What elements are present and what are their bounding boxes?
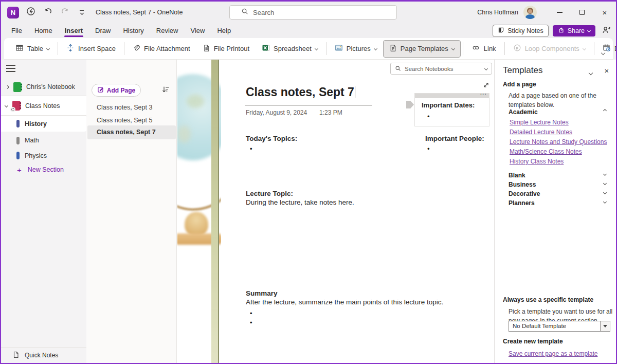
avatar[interactable] — [523, 6, 537, 19]
new-section-button[interactable]: + New Section — [1, 163, 86, 176]
section-item-math[interactable]: Math — [1, 133, 86, 148]
container-menu-dots[interactable]: ··· — [480, 92, 487, 97]
insert-space-button[interactable]: Insert Space — [60, 40, 122, 58]
chevron-right-icon — [6, 85, 9, 88]
chevron-up-icon — [603, 109, 607, 113]
section-item-physics[interactable]: Physics — [1, 148, 86, 163]
pictures-button[interactable]: Pictures — [329, 40, 383, 58]
section-item-history[interactable]: History — [1, 116, 86, 132]
link-button[interactable]: Link — [465, 40, 502, 57]
back-button[interactable] — [26, 7, 36, 17]
page-date[interactable]: Friday, August 9, 2024 — [246, 109, 307, 116]
lecture-topic-heading[interactable]: Lecture Topic: — [246, 190, 293, 197]
page-item[interactable]: Class notes, Sept 3 — [87, 101, 176, 114]
user-name[interactable]: Chris Hoffman — [477, 9, 518, 16]
chevron-down-icon — [451, 47, 455, 50]
file-attachment-label: File Attachment — [144, 45, 190, 52]
page-templates-label: Page Templates — [401, 45, 448, 52]
quick-access-menu-button[interactable] — [77, 7, 87, 17]
important-people-heading[interactable]: Important People: — [425, 135, 484, 142]
quick-notes-button[interactable]: Quick Notes — [1, 347, 86, 363]
sort-pages-button[interactable] — [160, 85, 171, 96]
page-template-icon — [389, 44, 397, 53]
save-page-as-template-link[interactable]: Save current page as a template — [509, 350, 597, 357]
category-label: Decorative — [509, 190, 540, 197]
summary-body[interactable]: After the lecture, summarize the main po… — [246, 298, 443, 306]
templates-panel: Templates × Add a page Add a page based … — [494, 60, 616, 363]
excel-icon — [262, 44, 270, 53]
share-button[interactable]: Share — [553, 25, 595, 37]
category-planners[interactable]: Planners — [509, 199, 607, 207]
close-button[interactable]: × — [593, 2, 616, 23]
section-label: Physics — [25, 152, 47, 159]
menu-history[interactable]: History — [117, 23, 150, 38]
navigation-menu-button[interactable] — [6, 65, 15, 72]
page-item-selected[interactable]: Class notes, Sept 7 — [87, 125, 176, 139]
chevron-down-icon — [601, 51, 605, 55]
category-academic[interactable]: Academic — [509, 108, 607, 116]
category-decorative[interactable]: Decorative — [509, 190, 607, 197]
panel-collapse-button[interactable] — [586, 68, 595, 78]
chevron-down-icon — [603, 181, 607, 185]
ribbon-collapse-button[interactable] — [602, 47, 605, 57]
menu-file[interactable]: File — [5, 23, 28, 38]
todays-topics-heading[interactable]: Today's Topics: — [246, 135, 297, 142]
menu-insert[interactable]: Insert — [59, 23, 89, 38]
undo-button[interactable] — [43, 7, 53, 17]
list-bullet: • — [427, 113, 430, 120]
ribbon-divider — [124, 42, 124, 55]
sticky-notes-button[interactable]: Sticky Notes — [493, 25, 548, 37]
panel-close-button[interactable]: × — [602, 65, 612, 76]
table-button[interactable]: Table — [9, 40, 56, 58]
select-dropdown-button[interactable] — [600, 321, 610, 331]
notebook-item-chriss-notebook[interactable]: Chris's Notebook — [1, 78, 86, 96]
add-page-button[interactable]: Add Page — [92, 84, 141, 97]
page-canvas[interactable]: Class notes, Sept 7 Friday, August 9, 20… — [177, 60, 494, 363]
chevron-down-icon — [589, 71, 593, 75]
close-icon: × — [605, 66, 609, 75]
notebook-item-class-notes[interactable]: Class Notes — [1, 96, 86, 115]
fullscreen-expand-button[interactable] — [481, 81, 491, 90]
ribbon-divider — [58, 42, 58, 55]
default-template-select[interactable]: No Default Template — [509, 321, 610, 332]
redo-button[interactable] — [60, 7, 70, 17]
global-search-box[interactable] — [229, 5, 397, 20]
chevron-down-icon — [603, 172, 607, 176]
search-notebooks-box[interactable] — [390, 63, 492, 75]
template-link-math-science-class-notes[interactable]: Math/Science Class Notes — [510, 148, 582, 155]
ribbon-divider — [594, 42, 594, 55]
insert-space-label: Insert Space — [78, 45, 116, 52]
category-blank[interactable]: Blank — [509, 172, 607, 179]
date-time-button[interactable]: Date & Time — [596, 40, 617, 58]
category-business[interactable]: Business — [509, 181, 607, 188]
spreadsheet-button[interactable]: Spreadsheet — [256, 40, 324, 58]
search-notebooks-input[interactable] — [405, 66, 481, 72]
menu-view[interactable]: View — [184, 23, 211, 38]
add-page-icon — [97, 86, 104, 95]
file-attachment-button[interactable]: File Attachment — [126, 40, 196, 58]
template-link-history-class-notes[interactable]: History Class Notes — [510, 158, 564, 165]
menu-draw[interactable]: Draw — [89, 23, 117, 38]
template-link-simple-lecture-notes[interactable]: Simple Lecture Notes — [510, 119, 569, 126]
menu-home[interactable]: Home — [28, 23, 59, 38]
maximize-button[interactable] — [571, 2, 593, 23]
template-link-detailed-lecture-notes[interactable]: Detailed Lecture Notes — [510, 129, 572, 136]
template-link-lecture-notes-study-questions[interactable]: Lecture Notes and Study Questions — [510, 138, 607, 145]
menu-review[interactable]: Review — [150, 23, 185, 38]
menu-help[interactable]: Help — [211, 23, 237, 38]
page-title[interactable]: Class notes, Sept 7 — [246, 85, 355, 99]
people-button[interactable] — [602, 26, 611, 36]
minimize-button[interactable] — [548, 2, 571, 23]
note-container-header[interactable]: ··· — [415, 94, 489, 98]
note-container-handle[interactable] — [406, 101, 414, 108]
important-dates-container[interactable]: ··· Important Dates: • — [414, 93, 489, 126]
page-templates-button[interactable]: Page Templates — [383, 40, 461, 58]
important-dates-heading[interactable]: Important Dates: — [422, 101, 489, 109]
loop-components-label: Loop Components — [525, 45, 579, 52]
page-time[interactable]: 1:23 PM — [319, 109, 342, 116]
notebook-icon — [13, 82, 22, 92]
file-printout-button[interactable]: File Printout — [196, 40, 256, 58]
lecture-topic-body[interactable]: During the lecture, take notes here. — [246, 198, 354, 206]
summary-heading[interactable]: Summary — [246, 289, 278, 297]
search-input[interactable] — [253, 9, 376, 16]
